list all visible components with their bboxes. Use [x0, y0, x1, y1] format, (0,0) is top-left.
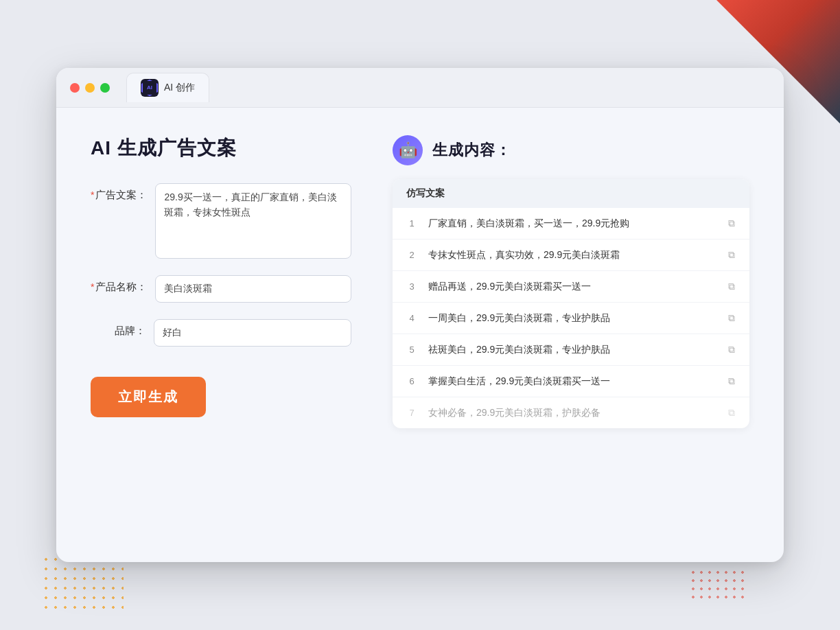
browser-window: AI AI 创作 AI 生成广告文案 *广告文案： *产品名称：: [56, 68, 784, 562]
row-text-5: 祛斑美白，29.9元美白淡斑霜，专业护肤品: [428, 342, 716, 357]
right-panel: 生成内容： 仿写文案 1 厂家直销，美白淡斑霜，买一送一，29.9元抢购 ⧉ 2…: [393, 135, 749, 535]
input-product-name[interactable]: [155, 275, 351, 303]
copy-icon-4[interactable]: ⧉: [725, 312, 738, 325]
copy-icon-7[interactable]: ⧉: [725, 406, 738, 420]
copy-icon-5[interactable]: ⧉: [725, 343, 738, 357]
results-table-header: 仿写文案: [393, 179, 749, 208]
title-bar: AI AI 创作: [56, 68, 784, 108]
result-row: 3 赠品再送，29.9元美白淡斑霜买一送一 ⧉: [393, 271, 749, 303]
result-row: 6 掌握美白生活，29.9元美白淡斑霜买一送一 ⧉: [393, 366, 749, 397]
generate-button[interactable]: 立即生成: [91, 377, 206, 417]
row-text-1: 厂家直销，美白淡斑霜，买一送一，29.9元抢购: [428, 216, 716, 231]
main-content: AI 生成广告文案 *广告文案： *产品名称： 品牌：: [56, 108, 784, 562]
row-text-3: 赠品再送，29.9元美白淡斑霜买一送一: [428, 279, 716, 294]
form-group-product-name: *产品名称：: [91, 275, 351, 303]
row-num-4: 4: [404, 313, 420, 323]
traffic-light-maximize[interactable]: [100, 83, 110, 93]
row-num-6: 6: [404, 376, 420, 386]
result-title: 生成内容：: [432, 140, 511, 161]
copy-icon-1[interactable]: ⧉: [725, 217, 738, 231]
copy-icon-6[interactable]: ⧉: [725, 375, 738, 388]
row-num-3: 3: [404, 281, 420, 292]
result-header: 生成内容：: [393, 135, 749, 165]
ai-logo-text: AI: [147, 85, 152, 91]
label-product-name: *产品名称：: [91, 275, 147, 294]
left-panel: AI 生成广告文案 *广告文案： *产品名称： 品牌：: [91, 135, 351, 535]
input-brand[interactable]: [154, 319, 351, 347]
tab-label: AI 创作: [164, 82, 195, 94]
traffic-light-minimize[interactable]: [85, 83, 95, 93]
result-row: 2 专抹女性斑点，真实功效，29.9元美白淡斑霜 ⧉: [393, 240, 749, 271]
result-row: 4 一周美白，29.9元美白淡斑霜，专业护肤品 ⧉: [393, 303, 749, 334]
copy-icon-2[interactable]: ⧉: [725, 248, 738, 262]
form-group-brand: 品牌：: [91, 319, 351, 347]
row-text-7: 女神必备，29.9元美白淡斑霜，护肤必备: [428, 406, 716, 420]
required-star-ad-copy: *: [91, 189, 94, 200]
row-num-7: 7: [404, 408, 420, 418]
bg-decoration-bottom-left-dots: [41, 555, 124, 609]
bg-decoration-bottom-right-dots: [689, 568, 744, 603]
page-title: AI 生成广告文案: [91, 135, 351, 161]
label-ad-copy: *广告文案：: [91, 183, 147, 202]
textarea-ad-copy[interactable]: [155, 183, 351, 259]
traffic-light-close[interactable]: [70, 83, 80, 93]
row-num-5: 5: [404, 345, 420, 355]
copy-icon-3[interactable]: ⧉: [725, 280, 738, 294]
form-group-ad-copy: *广告文案：: [91, 183, 351, 259]
row-text-4: 一周美白，29.9元美白淡斑霜，专业护肤品: [428, 311, 716, 325]
row-num-1: 1: [404, 218, 420, 229]
traffic-lights: [70, 83, 110, 93]
result-row: 1 厂家直销，美白淡斑霜，买一送一，29.9元抢购 ⧉: [393, 208, 749, 240]
robot-icon: [393, 135, 423, 165]
required-star-product-name: *: [91, 281, 94, 292]
row-num-2: 2: [404, 250, 420, 260]
result-row: 5 祛斑美白，29.9元美白淡斑霜，专业护肤品 ⧉: [393, 334, 749, 366]
result-row-faded: 7 女神必备，29.9元美白淡斑霜，护肤必备 ⧉: [393, 397, 749, 428]
row-text-6: 掌握美白生活，29.9元美白淡斑霜买一送一: [428, 374, 716, 388]
row-text-2: 专抹女性斑点，真实功效，29.9元美白淡斑霜: [428, 248, 716, 262]
ai-logo-icon: AI: [141, 79, 159, 97]
browser-tab[interactable]: AI AI 创作: [126, 73, 209, 102]
label-brand: 品牌：: [91, 319, 145, 338]
results-table: 仿写文案 1 厂家直销，美白淡斑霜，买一送一，29.9元抢购 ⧉ 2 专抹女性斑…: [393, 179, 749, 428]
